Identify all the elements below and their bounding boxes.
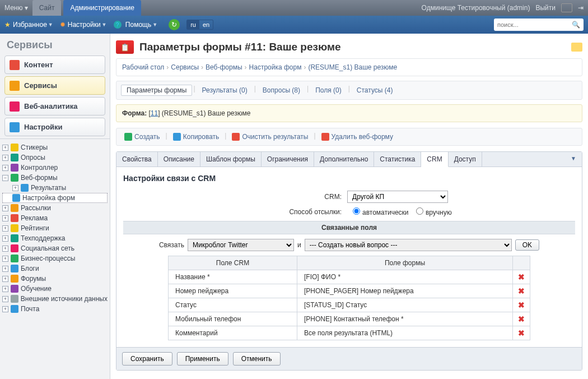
panel-tab-Доступ[interactable]: Доступ	[449, 152, 482, 167]
sidebar-btn-1[interactable]: Сервисы	[4, 76, 105, 95]
grid-head-crm: Поле CRM	[169, 256, 297, 270]
tree-item-7[interactable]: +Реклама	[2, 213, 108, 223]
lang-switch: ru en	[186, 20, 213, 30]
settings-panel: СвойстваОписаниеШаблон формыОграниченияД…	[116, 151, 582, 371]
link-form-select[interactable]: --- Создать новый вопрос ---	[305, 239, 512, 251]
tree-item-16[interactable]: +Почта	[2, 304, 108, 314]
panel-tab-Описание[interactable]: Описание	[158, 152, 200, 167]
tree-item-6[interactable]: +Рассылки	[2, 203, 108, 213]
delete-row-0[interactable]: ✖	[518, 272, 525, 281]
apply-button[interactable]: Применить	[177, 352, 228, 366]
panel-heading: Настройки связи с CRM	[123, 174, 575, 183]
tree-item-11[interactable]: +Бизнес-процессы	[2, 253, 108, 264]
panel-tab-Статистика[interactable]: Статистика	[374, 152, 421, 167]
context-help-icon[interactable]	[571, 43, 582, 52]
crm-label: CRM:	[123, 193, 347, 201]
action-bar: Создать|Копировать|Очистить результаты|У…	[116, 128, 582, 146]
refresh-icon[interactable]: ↻	[169, 19, 180, 30]
tree-item-14[interactable]: +Обучение	[2, 284, 108, 294]
send-manual-option[interactable]: вручную	[410, 209, 452, 216]
tree-item-2[interactable]: +Контроллер	[2, 163, 108, 173]
breadcrumb-1[interactable]: Сервисы	[171, 63, 199, 71]
linked-fields-grid: Поле CRM Поле формы Название *[FIO] ФИО …	[168, 256, 530, 340]
grid-head-form: Поле формы	[297, 256, 513, 270]
tree-item-4[interactable]: +Результаты	[2, 183, 108, 193]
pin-icon[interactable]: ⇥	[578, 4, 584, 12]
tree-item-5[interactable]: Настройка форм	[2, 193, 108, 203]
lang-ru[interactable]: ru	[187, 20, 199, 29]
panel-tab-Свойства[interactable]: Свойства	[116, 152, 158, 167]
ok-button[interactable]: OK	[515, 239, 539, 251]
subtab-4[interactable]: Статусы (4)	[351, 85, 399, 96]
sidebar: Сервисы КонтентСервисыВеб-аналитикаНастр…	[0, 34, 110, 379]
sidebar-btn-3[interactable]: Настройки	[4, 118, 105, 136]
action-2[interactable]: Очистить результаты	[228, 132, 311, 142]
sidebar-btn-2[interactable]: Веб-аналитика	[4, 97, 105, 115]
user-label[interactable]: Одминище Тестировочный (admin)	[422, 4, 530, 12]
tree-item-1[interactable]: +Опросы	[2, 152, 108, 163]
site-tab[interactable]: Сайт	[32, 0, 62, 16]
favorites-menu[interactable]: ★Избранное▼	[4, 21, 53, 29]
save-button[interactable]: Сохранить	[122, 352, 172, 366]
action-0[interactable]: Создать	[121, 132, 164, 142]
menu-button[interactable]: Меню ▾	[4, 4, 28, 12]
topbar: Меню ▾ Сайт Администрирование Одминище Т…	[0, 0, 588, 16]
cancel-button[interactable]: Отменить	[233, 352, 281, 366]
toolbar: ★Избранное▼ ✹Настройки▼ ? Помощь▼ ↻ ru e…	[0, 16, 588, 34]
form-id-link[interactable]: 11	[151, 109, 158, 117]
linked-fields-heading: Связанные поля	[123, 221, 575, 234]
panel-tab-Дополнительно[interactable]: Дополнительно	[314, 152, 374, 167]
send-label: Способ отсылки:	[123, 208, 347, 216]
settings-menu[interactable]: ✹Настройки▼	[60, 21, 107, 29]
breadcrumb-4: (RESUME_s1) Ваше резюме	[308, 63, 397, 71]
page-title: Параметры формы #11: Ваше резюме	[139, 41, 341, 53]
panel-tab-Шаблон формы[interactable]: Шаблон формы	[200, 152, 262, 167]
breadcrumb-0[interactable]: Рабочий стол	[122, 63, 164, 71]
main-content: 📋 Параметры формы #11: Ваше резюме Рабоч…	[110, 34, 588, 379]
tree-item-13[interactable]: +Форумы	[2, 274, 108, 284]
lang-en[interactable]: en	[199, 20, 213, 29]
subtab-3[interactable]: Поля (0)	[310, 85, 347, 96]
breadcrumb: Рабочий стол›Сервисы›Веб-формы›Настройка…	[116, 58, 582, 76]
tree-item-0[interactable]: +Стикеры	[2, 142, 108, 152]
subtab-1[interactable]: Результаты (0)	[197, 85, 253, 96]
send-auto-option[interactable]: автоматически	[347, 209, 409, 216]
search-input[interactable]	[497, 21, 572, 28]
link-label: Связать	[159, 241, 184, 249]
subtab-0[interactable]: Параметры формы	[121, 85, 192, 96]
breadcrumb-3[interactable]: Настройка форм	[249, 63, 302, 71]
tree-item-10[interactable]: +Социальная сеть	[2, 243, 108, 253]
tree-item-9[interactable]: +Техподдержка	[2, 233, 108, 243]
link-and: и	[297, 241, 301, 249]
delete-row-3[interactable]: ✖	[518, 315, 525, 323]
admin-tab[interactable]: Администрирование	[63, 0, 141, 16]
sidebar-heading: Сервисы	[0, 34, 110, 56]
keyboard-icon[interactable]	[561, 3, 572, 12]
help-menu[interactable]: ? Помощь▼	[114, 21, 158, 29]
logout-link[interactable]: Выйти	[535, 4, 556, 12]
delete-row-2[interactable]: ✖	[518, 301, 525, 309]
link-crm-select[interactable]: Микроблог Twitter	[188, 239, 294, 251]
form-info: Форма: [11] (RESUME_s1) Ваше резюме	[116, 104, 582, 122]
sidebar-btn-0[interactable]: Контент	[4, 56, 105, 74]
tree-item-15[interactable]: +Внешние источники данных	[2, 294, 108, 304]
grid-row-0: Название *[FIO] ФИО *✖	[169, 270, 530, 284]
grid-row-3: Мобильный телефон[PHONE] Контактный теле…	[169, 312, 530, 326]
grid-row-1: Номер пейджера[PHONE_PAGER] Номер пейдже…	[169, 284, 530, 298]
panel-collapse-icon[interactable]: ▼	[565, 152, 582, 167]
tree-item-12[interactable]: +Блоги	[2, 264, 108, 274]
page-icon: 📋	[116, 40, 134, 54]
tree-item-3[interactable]: −Веб-формы	[2, 173, 108, 183]
tree-item-8[interactable]: +Рейтинги	[2, 223, 108, 233]
panel-tab-Ограничения[interactable]: Ограничения	[262, 152, 314, 167]
subtab-2[interactable]: Вопросы (8)	[257, 85, 306, 96]
panel-tab-CRM[interactable]: CRM	[421, 152, 448, 167]
crm-select[interactable]: Другой КП	[347, 191, 448, 203]
action-1[interactable]: Копировать	[170, 132, 223, 142]
delete-row-4[interactable]: ✖	[518, 329, 525, 338]
search-icon[interactable]: 🔍	[572, 21, 580, 29]
breadcrumb-2[interactable]: Веб-формы	[206, 63, 242, 71]
action-3[interactable]: Удалить веб-форму	[318, 132, 396, 142]
delete-row-1[interactable]: ✖	[518, 286, 525, 295]
grid-row-2: Статус[STATUS_ID] Статус✖	[169, 298, 530, 312]
